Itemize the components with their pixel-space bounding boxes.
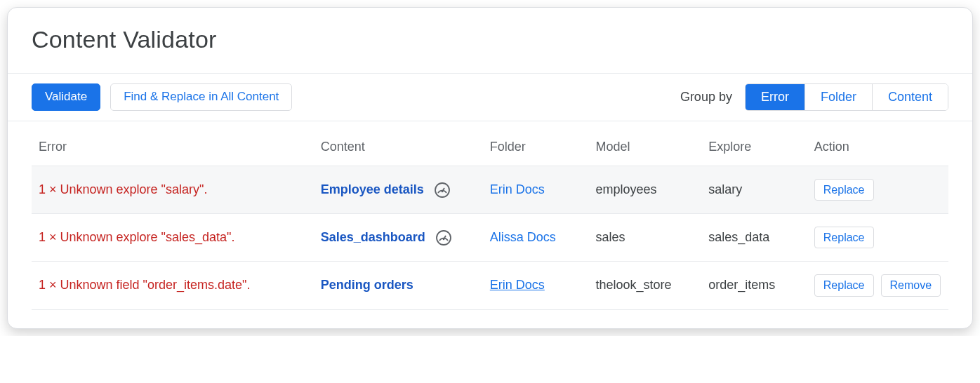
group-by-segment: Error Folder Content [745,83,948,111]
replace-button[interactable]: Replace [814,227,874,248]
replace-button[interactable]: Replace [814,179,874,201]
col-header-error: Error [32,121,314,166]
model-cell: sales [588,214,701,262]
svg-point-5 [443,238,445,240]
title-bar: Content Validator [8,8,972,73]
group-by-folder[interactable]: Folder [804,84,872,110]
model-cell: thelook_store [588,262,701,309]
content-link[interactable]: Pending orders [321,278,413,293]
toolbar: Validate Find & Replace in All Content G… [8,73,972,121]
results-table: Error Content Folder Model Explore Actio… [32,121,948,310]
gauge-icon [435,229,452,246]
content-link[interactable]: Sales_dashboard [321,230,425,245]
table-row: 1 × Unknown explore "salary".Employee de… [32,166,948,214]
remove-button[interactable]: Remove [881,274,941,296]
table-row: 1 × Unknown explore "sales_data".Sales_d… [32,214,948,262]
table-row: 1 × Unknown field "order_items.date".Pen… [32,262,948,309]
gauge-icon [434,182,451,199]
content-validator-window: Content Validator Validate Find & Replac… [7,7,973,329]
col-header-model: Model [588,121,701,166]
explore-cell: salary [701,166,807,214]
content-link[interactable]: Employee details [321,182,424,197]
find-replace-button[interactable]: Find & Replace in All Content [110,83,292,110]
error-text: 1 × Unknown explore "sales_data". [39,230,234,244]
group-by-label: Group by [680,90,732,105]
group-by-content[interactable]: Content [872,84,948,110]
validate-button[interactable]: Validate [32,83,100,110]
model-cell: employees [588,166,701,214]
explore-cell: sales_data [701,214,807,262]
group-by-error[interactable]: Error [746,84,804,110]
page-title: Content Validator [32,26,948,53]
explore-cell: order_items [701,262,807,309]
folder-link[interactable]: Alissa Docs [490,230,556,244]
folder-link[interactable]: Erin Docs [490,278,545,292]
col-header-folder: Folder [483,121,589,166]
col-header-content: Content [314,121,483,166]
svg-point-2 [442,190,444,192]
col-header-action: Action [807,121,948,166]
error-text: 1 × Unknown explore "salary". [39,182,207,196]
col-header-explore: Explore [701,121,807,166]
folder-link[interactable]: Erin Docs [490,182,545,196]
replace-button[interactable]: Replace [814,274,874,296]
error-text: 1 × Unknown field "order_items.date". [39,278,250,292]
results-table-wrap: Error Content Folder Model Explore Actio… [8,121,972,328]
